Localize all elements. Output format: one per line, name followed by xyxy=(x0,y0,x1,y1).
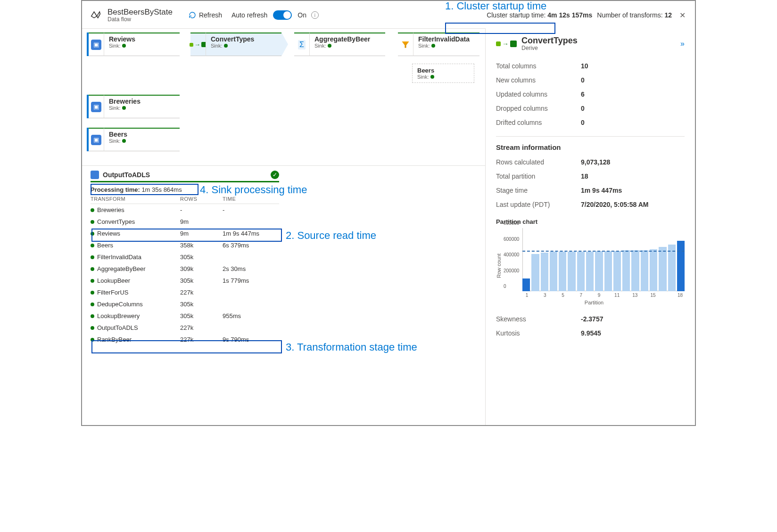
chart-bar xyxy=(631,250,639,291)
source-icon: ▣ xyxy=(91,102,101,112)
node-reviews[interactable]: ▣ Reviews Sink: xyxy=(87,33,186,56)
detail-panel: → ConvertTypes Derive » Total columns10N… xyxy=(485,28,695,425)
header-stats: Cluster startup time: 4m 12s 157ms Numbe… xyxy=(487,11,688,20)
chart-bar xyxy=(641,250,648,291)
chart-xtick: 15 xyxy=(651,293,656,298)
chart-ytick: 800000 xyxy=(504,221,519,226)
chart-bar xyxy=(650,249,657,291)
chart-bar xyxy=(522,278,530,291)
ghost-node-beers[interactable]: Beers Sink: xyxy=(412,64,474,83)
info-icon[interactable]: i xyxy=(311,11,319,19)
node-label: FilterInvalidData xyxy=(418,35,475,43)
header: BestBeersByState Data flow Refresh Auto … xyxy=(82,1,695,28)
detail-header: → ConvertTypes Derive » xyxy=(496,36,685,51)
header-title-block: BestBeersByState Data flow xyxy=(107,8,173,23)
chart-bar xyxy=(541,253,548,291)
derive-icon: → xyxy=(190,41,207,48)
kv-row: Total columns10 xyxy=(496,59,685,73)
auto-refresh-toggle[interactable] xyxy=(273,10,292,20)
chart-xtick: 9 xyxy=(598,293,601,298)
expand-button[interactable]: » xyxy=(680,40,685,48)
chart-ytick: 600000 xyxy=(504,236,519,241)
chart-bar xyxy=(568,252,575,291)
chart-bar xyxy=(613,251,621,291)
table-row[interactable]: Reviews 9m 1m 9s 447ms xyxy=(91,228,279,239)
chart-ytick: 400000 xyxy=(504,252,519,257)
kv-row: Kurtosis9.9545 xyxy=(496,326,685,340)
filter-icon xyxy=(402,41,409,48)
table-row[interactable]: DedupeColumns 305k xyxy=(91,298,279,310)
table-row[interactable]: RankByBeer 227k 9s 790ms xyxy=(91,334,279,345)
chart-bar xyxy=(586,252,594,291)
auto-refresh-state: On xyxy=(298,11,306,19)
chart-ylabel: Row count xyxy=(496,228,502,303)
startup-time-value: 4m 12s 157ms xyxy=(547,11,592,19)
chart-xlabel: Partition xyxy=(585,300,603,305)
table-row[interactable]: LookupBrewery 305k 955ms xyxy=(91,310,279,322)
sink-icon xyxy=(91,171,99,179)
refresh-label: Refresh xyxy=(199,11,222,19)
kv-row: New columns0 xyxy=(496,73,685,87)
dataflow-subtitle: Data flow xyxy=(107,16,173,23)
chart-xtick: 13 xyxy=(632,293,637,298)
table-row[interactable]: Beers 358k 6s 379ms xyxy=(91,239,279,251)
chart-bar xyxy=(604,251,612,291)
close-button[interactable]: ✕ xyxy=(677,11,688,20)
app-root: 1. Cluster startup time 2. Source read t… xyxy=(81,0,696,426)
chart-bar xyxy=(559,252,566,291)
chart-xtick: 7 xyxy=(579,293,582,298)
table-row[interactable]: FilterInvalidData 305k xyxy=(91,251,279,263)
node-beers[interactable]: ▣ Beers Sink: xyxy=(87,128,186,151)
chart-bar xyxy=(659,247,666,291)
kv-row: Total partition18 xyxy=(496,169,685,183)
chart-bar xyxy=(577,252,585,291)
table-row[interactable]: Breweries - - xyxy=(91,204,279,216)
refresh-button[interactable]: Refresh xyxy=(184,9,227,21)
kv-row: Drifted columns0 xyxy=(496,115,685,130)
node-aggregatebybeer[interactable]: Σ AggregateByBeer Sink: xyxy=(294,33,392,56)
source-icon: ▣ xyxy=(91,135,101,145)
partition-chart: Row count 0200000400000600000800000 1357… xyxy=(496,228,685,303)
chart-bar xyxy=(677,241,685,291)
detail-subtitle: Derive xyxy=(521,45,578,51)
sink-title: OutputToADLS xyxy=(103,171,150,179)
aggregate-icon: Σ xyxy=(298,40,306,49)
node-label: Breweries xyxy=(109,98,175,105)
transforms-value: 12 xyxy=(664,11,672,19)
table-row[interactable]: ConvertTypes 9m xyxy=(91,216,279,228)
node-converttypes[interactable]: → ConvertTypes Sink: xyxy=(190,33,288,56)
node-label: Beers xyxy=(109,131,175,138)
node-label: ConvertTypes xyxy=(211,35,277,43)
kv-row: Dropped columns0 xyxy=(496,101,685,115)
table-row[interactable]: AggregateByBeer 309k 2s 30ms xyxy=(91,263,279,275)
dataflow-title: BestBeersByState xyxy=(107,8,173,17)
transforms-label: Number of transforms: xyxy=(597,11,662,19)
chart-bar xyxy=(595,251,603,291)
startup-time-label: Cluster startup time: xyxy=(487,11,546,19)
kv-row: Updated columns6 xyxy=(496,87,685,101)
kv-row: Rows calculated9,073,128 xyxy=(496,155,685,169)
partition-chart-title: Partition chart xyxy=(496,218,685,225)
table-row[interactable]: OutputToADLS 227k xyxy=(91,322,279,334)
detail-title: ConvertTypes xyxy=(521,36,578,46)
stream-info-title: Stream information xyxy=(496,143,685,151)
table-row[interactable]: LookupBeer 305k 1s 779ms xyxy=(91,275,279,286)
node-breweries[interactable]: ▣ Breweries Sink: xyxy=(87,95,186,118)
chart-xtick: 1 xyxy=(526,293,529,298)
chart-bar xyxy=(550,252,557,291)
refresh-icon xyxy=(189,11,196,19)
table-header: TRANSFORM ROWS TIME xyxy=(91,194,279,204)
chart-ytick: 200000 xyxy=(504,268,519,273)
chart-xtick: 18 xyxy=(678,293,683,298)
source-icon: ▣ xyxy=(91,40,101,50)
sink-header: OutputToADLS ✓ xyxy=(91,171,279,182)
node-filterinvaliddata[interactable]: FilterInvalidData Sink: xyxy=(398,33,479,56)
chart-bar xyxy=(531,254,539,291)
auto-refresh-label: Auto refresh xyxy=(231,11,267,19)
chart-xtick: 5 xyxy=(562,293,564,298)
kv-row: Skewness-2.3757 xyxy=(496,312,685,326)
dataflow-icon xyxy=(89,8,103,22)
auto-refresh-group: Auto refresh On i xyxy=(227,8,323,22)
chart-ytick: 0 xyxy=(504,284,506,289)
table-row[interactable]: FilterForUS 227k xyxy=(91,286,279,298)
